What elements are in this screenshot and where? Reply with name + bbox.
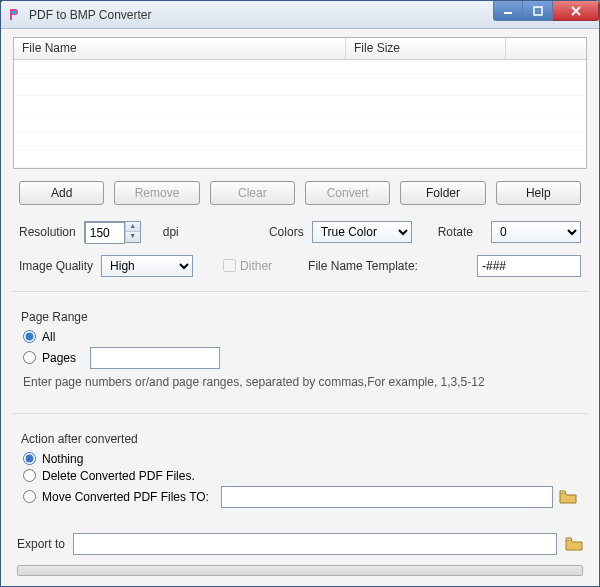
quality-select[interactable]: High xyxy=(101,255,193,277)
rotate-select[interactable]: 0 xyxy=(491,221,581,243)
export-label: Export to xyxy=(17,537,65,551)
radio-pages-label: Pages xyxy=(42,351,76,365)
radio-pages-row: Pages xyxy=(23,347,577,369)
resolution-spinner[interactable]: ▲ ▼ xyxy=(84,221,141,243)
divider-2 xyxy=(13,413,587,414)
dither-label: Dither xyxy=(240,259,272,273)
export-row: Export to xyxy=(17,533,583,555)
radio-pages-input[interactable] xyxy=(23,351,36,364)
col-filesize[interactable]: File Size xyxy=(346,38,506,59)
minimize-button[interactable] xyxy=(493,1,523,21)
svg-rect-1 xyxy=(534,7,542,15)
radio-nothing-input[interactable] xyxy=(23,452,36,465)
progress-bar xyxy=(17,565,583,576)
export-input[interactable] xyxy=(73,533,557,555)
quality-label: Image Quality xyxy=(19,259,93,273)
template-label: File Name Template: xyxy=(308,259,418,273)
divider-1 xyxy=(13,291,587,292)
settings-row-1: Resolution ▲ ▼ dpi Colors True Color Rot… xyxy=(19,221,581,243)
remove-button[interactable]: Remove xyxy=(114,181,199,205)
maximize-button[interactable] xyxy=(523,1,553,21)
table-header: File Name File Size xyxy=(14,38,586,60)
settings-row-2: Image Quality High Dither File Name Temp… xyxy=(19,255,581,277)
close-button[interactable] xyxy=(553,1,599,21)
help-button[interactable]: Help xyxy=(496,181,581,205)
radio-delete[interactable]: Delete Converted PDF Files. xyxy=(23,469,577,483)
radio-move-label: Move Converted PDF Files TO: xyxy=(42,490,209,504)
spinner-up-icon[interactable]: ▲ xyxy=(126,222,140,232)
table-body[interactable] xyxy=(14,60,586,168)
radio-all[interactable]: All xyxy=(23,330,577,344)
move-path-input[interactable] xyxy=(221,486,553,508)
folder-button[interactable]: Folder xyxy=(400,181,485,205)
radio-nothing[interactable]: Nothing xyxy=(23,452,577,466)
radio-move-row: Move Converted PDF Files TO: xyxy=(23,486,577,508)
client-area: File Name File Size Add Remove Clear Con… xyxy=(1,29,599,586)
radio-all-input[interactable] xyxy=(23,330,36,343)
radio-move[interactable]: Move Converted PDF Files TO: xyxy=(23,490,209,504)
window-controls xyxy=(493,1,599,21)
resolution-label: Resolution xyxy=(19,225,76,239)
radio-delete-label: Delete Converted PDF Files. xyxy=(42,469,195,483)
clear-button[interactable]: Clear xyxy=(210,181,295,205)
pages-input[interactable] xyxy=(90,347,220,369)
radio-move-input[interactable] xyxy=(23,490,36,503)
dpi-label: dpi xyxy=(163,225,179,239)
spinner-down-icon[interactable]: ▼ xyxy=(126,232,140,242)
file-table[interactable]: File Name File Size xyxy=(13,37,587,169)
svg-rect-0 xyxy=(504,12,512,14)
add-button[interactable]: Add xyxy=(19,181,104,205)
template-input[interactable] xyxy=(477,255,581,277)
action-title: Action after converted xyxy=(21,432,579,446)
action-group: Action after converted Nothing Delete Co… xyxy=(17,428,583,519)
button-row: Add Remove Clear Convert Folder Help xyxy=(19,181,581,205)
page-range-title: Page Range xyxy=(21,310,579,324)
titlebar[interactable]: PDF to BMP Converter xyxy=(1,1,599,29)
browse-move-folder-icon[interactable] xyxy=(559,489,577,505)
dither-input[interactable] xyxy=(223,259,236,272)
colors-select[interactable]: True Color xyxy=(312,221,412,243)
colors-label: Colors xyxy=(269,225,304,239)
rotate-label: Rotate xyxy=(438,225,473,239)
app-window: PDF to BMP Converter File Name File Size… xyxy=(0,0,600,587)
radio-delete-input[interactable] xyxy=(23,469,36,482)
col-spacer xyxy=(506,38,586,59)
page-range-hint: Enter page numbers or/and page ranges, s… xyxy=(23,375,577,389)
resolution-input[interactable] xyxy=(85,222,125,244)
browse-export-folder-icon[interactable] xyxy=(565,536,583,552)
page-range-group: Page Range All Pages Enter page numbers … xyxy=(17,306,583,399)
dither-checkbox[interactable]: Dither xyxy=(223,259,272,273)
convert-button[interactable]: Convert xyxy=(305,181,390,205)
app-icon xyxy=(7,7,23,23)
window-title: PDF to BMP Converter xyxy=(29,8,151,22)
radio-pages[interactable]: Pages xyxy=(23,351,76,365)
col-filename[interactable]: File Name xyxy=(14,38,346,59)
radio-nothing-label: Nothing xyxy=(42,452,83,466)
radio-all-label: All xyxy=(42,330,55,344)
